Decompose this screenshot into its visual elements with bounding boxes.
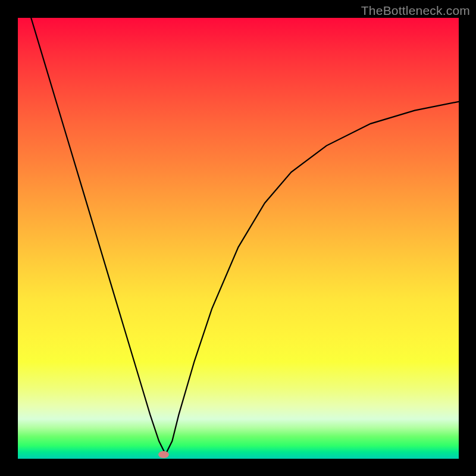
optimal-marker <box>158 451 169 458</box>
chart-frame: TheBottleneck.com <box>0 0 476 476</box>
plot-area <box>18 18 459 459</box>
watermark-text: TheBottleneck.com <box>361 4 470 18</box>
curve-path <box>31 18 459 455</box>
bottleneck-curve <box>18 18 459 459</box>
